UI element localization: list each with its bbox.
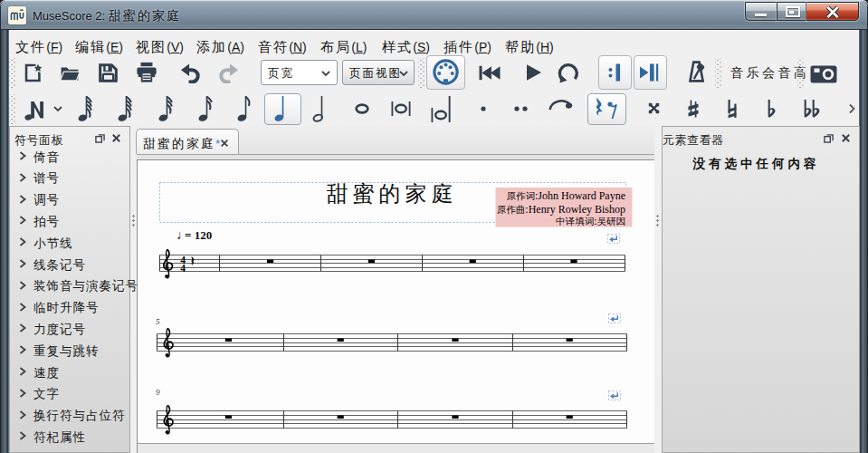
svg-text:甜蜜的家庭: 甜蜜的家庭 <box>327 181 458 206</box>
svg-text:4: 4 <box>180 263 186 274</box>
svg-text:原作曲:Henry Rowley Bishop: 原作曲:Henry Rowley Bishop <box>497 203 625 216</box>
svg-text:= 120: = 120 <box>185 228 212 242</box>
svg-text:5: 5 <box>156 317 160 326</box>
svg-text:中译填词:吴研因: 中译填词:吴研因 <box>556 215 625 227</box>
svg-text:9: 9 <box>156 388 160 397</box>
svg-text:原作词:John Howard Payne: 原作词:John Howard Payne <box>507 189 625 202</box>
